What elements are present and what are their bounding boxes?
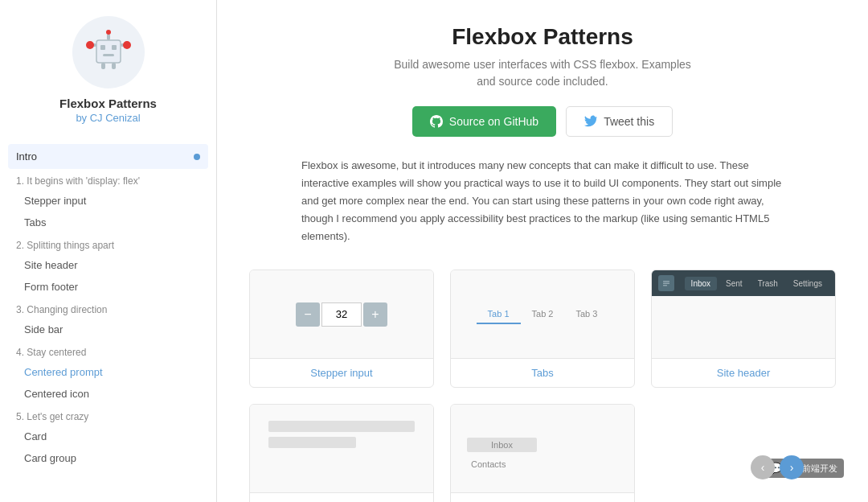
tab-3[interactable]: Tab 3	[564, 305, 608, 324]
logo-robot-icon	[84, 26, 133, 80]
nav-section-5: 5. Let's get crazy	[0, 405, 216, 426]
svg-rect-5	[112, 63, 116, 69]
sidebar-item-tabs[interactable]: Tabs	[0, 212, 216, 233]
sidebar-logo-area: Flexbox Patterns by CJ Cenizal	[0, 0, 216, 132]
contacts-card: Inbox Contacts Contacts	[450, 404, 635, 502]
site-header-preview: Inbox Sent Trash Settings	[652, 270, 835, 296]
sidebar-item-label: Intro	[16, 150, 37, 163]
sh-nav-trash[interactable]: Trash	[751, 277, 784, 290]
nav-section-2: 2. Splitting things apart	[0, 233, 216, 254]
form-field-1	[268, 421, 415, 432]
next-arrow-button[interactable]: ›	[780, 455, 804, 479]
svg-point-8	[86, 41, 94, 49]
svg-rect-1	[100, 45, 105, 50]
form-footer-card-label[interactable]: Form footer	[250, 493, 433, 502]
sidebar-nav: Intro 1. It begins with 'display: flex' …	[0, 144, 216, 502]
svg-rect-3	[103, 54, 114, 56]
svg-rect-10	[107, 34, 110, 40]
sidebar-item-centered-icon[interactable]: Centered icon	[0, 383, 216, 405]
nav-section-4: 4. Stay centered	[0, 340, 216, 361]
contacts-contacts-label: Contacts	[467, 457, 510, 471]
sidebar-item-card[interactable]: Card	[0, 426, 216, 447]
sidebar-item-centered-prompt[interactable]: Centered prompt	[0, 361, 216, 383]
svg-rect-13	[663, 281, 669, 282]
contacts-inbox-label: Inbox	[467, 438, 537, 452]
page-title: Flexbox Patterns	[249, 24, 836, 50]
action-buttons: Source on GitHub Tweet this	[249, 106, 836, 137]
tab-1[interactable]: Tab 1	[477, 305, 521, 324]
svg-point-11	[106, 30, 111, 35]
form-footer-preview-area	[250, 405, 433, 493]
sh-nav-inbox[interactable]: Inbox	[685, 277, 717, 290]
stepper-preview-area: − 32 +	[250, 270, 433, 359]
tabs-preview-area: Tab 1 Tab 2 Tab 3	[451, 270, 634, 359]
tabs-card: Tab 1 Tab 2 Tab 3 Tabs	[450, 270, 635, 388]
nav-section-3: 3. Changing direction	[0, 298, 216, 319]
cards-grid: − 32 + Stepper input Tab 1 Tab 2 Tab 3 T…	[249, 270, 836, 502]
contacts-preview-area: Inbox Contacts	[451, 405, 634, 493]
sidebar-subtitle: by CJ Cenizal	[76, 112, 140, 124]
tabs-preview: Tab 1 Tab 2 Tab 3	[477, 305, 609, 324]
sh-nav-settings[interactable]: Settings	[787, 277, 829, 290]
twitter-button[interactable]: Tweet this	[566, 106, 673, 137]
github-icon	[430, 115, 443, 128]
svg-rect-2	[112, 45, 117, 50]
stepper-preview: − 32 +	[296, 302, 387, 327]
logo-circle	[72, 16, 145, 88]
sh-nav-sent[interactable]: Sent	[719, 277, 749, 290]
svg-rect-14	[663, 283, 669, 285]
nav-arrows: ‹ ›	[751, 455, 804, 479]
github-button-label: Source on GitHub	[449, 115, 538, 128]
contacts-card-label[interactable]: Contacts	[451, 493, 634, 502]
stepper-decrement-button[interactable]: −	[296, 302, 320, 327]
svg-rect-15	[663, 285, 667, 286]
tabs-card-label[interactable]: Tabs	[451, 359, 634, 387]
tab-2[interactable]: Tab 2	[521, 305, 565, 324]
prev-arrow-button[interactable]: ‹	[751, 455, 775, 479]
page-subtitle: Build awesome user interfaces with CSS f…	[249, 56, 836, 90]
form-footer-card: Form footer	[249, 404, 434, 502]
github-button[interactable]: Source on GitHub	[412, 106, 556, 137]
nav-section-1: 1. It begins with 'display: flex'	[0, 169, 216, 190]
sidebar-title: Flexbox Patterns	[59, 97, 157, 110]
stepper-card-label[interactable]: Stepper input	[250, 359, 433, 387]
form-field-2	[268, 437, 356, 448]
sh-logo-icon	[658, 275, 674, 291]
site-header-preview-area: Inbox Sent Trash Settings	[652, 270, 835, 359]
sidebar-item-intro[interactable]: Intro	[8, 144, 208, 169]
intro-text: Flexbox is awesome, but it introduces ma…	[301, 157, 784, 245]
active-dot-icon	[194, 154, 200, 160]
svg-rect-0	[96, 40, 121, 63]
sidebar-item-stepper-input[interactable]: Stepper input	[0, 190, 216, 212]
page-header: Flexbox Patterns Build awesome user inte…	[249, 24, 836, 90]
stepper-value: 32	[321, 302, 362, 327]
form-preview	[268, 421, 415, 448]
sidebar-item-card-group[interactable]: Card group	[0, 447, 216, 469]
sidebar-item-form-footer[interactable]: Form footer	[0, 276, 216, 298]
svg-rect-4	[101, 63, 105, 69]
stepper-card: − 32 + Stepper input	[249, 270, 434, 388]
sidebar-item-site-header[interactable]: Site header	[0, 254, 216, 276]
stepper-increment-button[interactable]: +	[363, 302, 387, 327]
sidebar: Flexbox Patterns by CJ Cenizal Intro 1. …	[0, 0, 217, 502]
twitter-button-label: Tweet this	[604, 115, 654, 128]
svg-point-9	[123, 41, 131, 49]
twitter-icon	[584, 115, 597, 128]
sidebar-item-side-bar[interactable]: Side bar	[0, 319, 216, 340]
sh-nav: Inbox Sent Trash Settings	[685, 277, 829, 290]
main-content: Flexbox Patterns Build awesome user inte…	[217, 0, 868, 502]
site-header-card: Inbox Sent Trash Settings Site header	[651, 270, 836, 388]
site-header-card-label[interactable]: Site header	[652, 359, 835, 387]
